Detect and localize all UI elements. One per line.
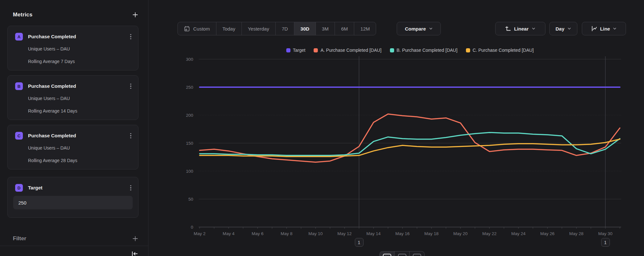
chart-card-icon [383,254,391,256]
x-tick-label: May 12 [337,231,352,236]
y-tick-label: 300 [186,57,193,62]
card-view-toolbar [379,251,425,256]
annotation-badge[interactable]: 1 [601,238,610,247]
series-line [200,139,620,157]
x-tick-label: May 30 [598,231,612,236]
series-line [200,133,620,155]
x-tick-label: May 20 [453,231,468,236]
x-tick-label: May 18 [424,231,439,236]
y-tick-label: 0 [191,225,193,230]
y-tick-label: 50 [188,197,193,202]
x-tick-label: May 26 [540,231,554,236]
y-tick-label: 200 [186,113,193,118]
table-card-icon [398,254,406,256]
metric-card-icon [413,254,421,256]
chart-card-button[interactable] [380,251,395,256]
y-tick-label: 150 [186,141,193,146]
x-tick-label: May 16 [395,231,410,236]
y-tick-label: 100 [186,169,193,174]
x-tick-label: May 8 [281,231,293,236]
x-tick-label: May 6 [252,231,264,236]
x-tick-label: May 10 [308,231,323,236]
y-tick-label: 250 [186,85,193,90]
x-tick-label: May 2 [194,231,206,236]
app-root: Metrics APurchase CompletedUnique Users … [0,0,644,256]
x-tick-label: May 4 [223,231,235,236]
metric-card-button[interactable] [410,251,424,256]
line-chart: 050100150200250300May 2May 4May 6May 8Ma… [0,0,644,256]
annotation-badge[interactable]: 1 [355,238,364,247]
table-card-button[interactable] [395,251,410,256]
x-tick-label: May 14 [366,231,381,236]
x-tick-label: May 28 [569,231,583,236]
x-tick-label: May 24 [511,231,526,236]
x-tick-label: May 22 [482,231,497,236]
